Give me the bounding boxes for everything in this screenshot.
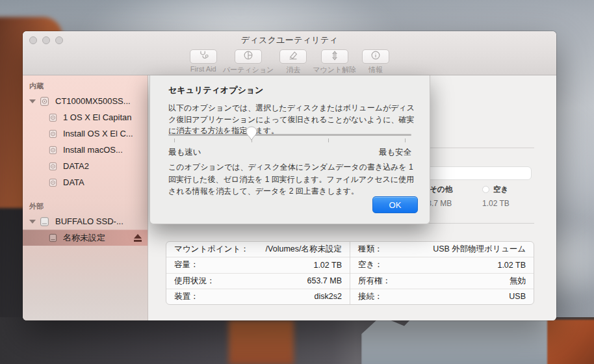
disclosure-triangle-icon[interactable] (29, 220, 36, 224)
internal-volume-icon (47, 161, 58, 172)
traffic-lights (29, 36, 63, 44)
ok-button[interactable]: OK (372, 196, 418, 213)
toolbar-info: 情報 (362, 49, 389, 75)
toolbar-erase: 消去 (279, 49, 307, 75)
sidebar-item-label: DATA (63, 177, 84, 187)
security-slider-thumb[interactable] (245, 126, 258, 144)
table-row: 装置： disk2s2 (166, 289, 350, 304)
security-options-dialog: セキュリティオプション 以下のオプションでは、選択したディスクまたはボリュームが… (149, 75, 430, 224)
info-label: 容量： (174, 259, 199, 270)
info-label: 使用状況： (174, 276, 215, 287)
table-row: マウントポイント： /Volumes/名称未設定 (166, 242, 350, 257)
info-value: 1.02 TB (313, 261, 342, 270)
info-value: USB (509, 292, 526, 301)
toolbar-first-aid: First Aid (190, 49, 217, 73)
sidebar-item-label: 1 OS X El Capitan (63, 112, 132, 122)
info-label: マウントポイント： (174, 244, 249, 255)
close-button[interactable] (29, 36, 37, 44)
toolbar-unmount: マウント解除 (313, 49, 356, 75)
external-disk-icon (38, 216, 51, 228)
toolbar-label: パーティション (223, 65, 274, 75)
external-volume-icon (47, 233, 58, 243)
info-label: 種類： (358, 244, 383, 255)
minimize-button[interactable] (42, 36, 50, 44)
sidebar-item-label: Install OS X El C... (63, 129, 133, 138)
table-row: 容量： 1.02 TB (166, 257, 350, 272)
info-value: USB 外部物理ボリューム (433, 244, 526, 255)
toolbar-label: 情報 (368, 65, 383, 75)
sidebar-item-label: BUFFALO SSD-... (55, 216, 123, 226)
sidebar-item-buffalo-ssd[interactable]: BUFFALO SSD-... (23, 213, 148, 229)
first-aid-button[interactable] (190, 49, 217, 64)
toolbar-label: マウント解除 (313, 65, 356, 75)
sidebar-item-label: 名称未設定 (63, 232, 105, 244)
info-value: /Volumes/名称未設定 (266, 244, 342, 255)
info-label: 所有権： (358, 276, 391, 287)
table-row: 種類： USB 外部物理ボリューム (350, 242, 534, 257)
sidebar-item-install-osx[interactable]: Install OS X El C... (23, 125, 148, 142)
info-column-right: 種類： USB 外部物理ボリューム 空き： 1.02 TB 所有権： 無効 (350, 242, 534, 304)
eject-icon (134, 234, 142, 239)
toolbar: First Aid パーティション 消去 (23, 49, 556, 75)
sidebar: 内蔵 CT1000MX500SS... 1 OS X El Capitan In… (23, 75, 148, 320)
eject-button[interactable] (133, 233, 142, 242)
info-column-left: マウントポイント： /Volumes/名称未設定 容量： 1.02 TB 使用状… (166, 242, 350, 304)
wallpaper-orange-streak (229, 320, 294, 364)
free-legend-dot-icon (482, 186, 489, 193)
internal-disk-icon (38, 96, 51, 107)
sidebar-item-data[interactable]: DATA (23, 174, 148, 190)
sidebar-item-install-macos[interactable]: Install macOS... (23, 142, 148, 158)
internal-volume-icon (47, 112, 58, 123)
table-row: 所有権： 無効 (350, 273, 534, 289)
info-icon (370, 49, 381, 64)
titlebar[interactable]: ディスクユーティリティ (23, 31, 556, 49)
info-value: disk2s2 (315, 292, 342, 301)
dialog-detail-text: このオプションでは、ディスク全体にランダムデータの書き込みを 1 回実行した後、… (168, 161, 419, 198)
unmount-button[interactable] (321, 49, 348, 64)
wallpaper-rock-band (0, 317, 594, 364)
volume-info-table: マウントポイント： /Volumes/名称未設定 容量： 1.02 TB 使用状… (166, 241, 534, 305)
internal-volume-icon (47, 129, 58, 139)
sidebar-section-internal: 内蔵 (23, 79, 148, 93)
eject-icon (134, 240, 142, 242)
internal-volume-icon (47, 145, 58, 155)
sidebar-item-data2[interactable]: DATA2 (23, 158, 148, 174)
sidebar-item-el-capitan[interactable]: 1 OS X El Capitan (23, 109, 148, 125)
dialog-description: 以下のオプションでは、選択したディスクまたはボリュームがディスク復旧アプリケーシ… (168, 103, 415, 137)
table-row: 接続： USB (350, 289, 534, 304)
sidebar-item-label: Install macOS... (63, 145, 123, 155)
sidebar-item-label: DATA2 (63, 161, 89, 171)
info-value: 653.7 MB (307, 276, 342, 285)
slider-tick (405, 138, 406, 142)
slider-tick (328, 138, 329, 142)
wallpaper-red-corner (547, 320, 594, 364)
legend-label: 空き (493, 185, 508, 194)
erase-icon (287, 49, 299, 64)
partition-button[interactable] (235, 49, 262, 64)
sidebar-item-ct1000[interactable]: CT1000MX500SS... (23, 93, 148, 109)
info-label: 装置： (174, 291, 199, 302)
dialog-title: セキュリティオプション (168, 84, 263, 96)
sidebar-item-label: CT1000MX500SS... (55, 96, 131, 106)
legend-label: その他 (430, 185, 452, 194)
toolbar-partition: パーティション (223, 49, 274, 75)
erase-button[interactable] (279, 49, 307, 64)
info-value: 1.02 TB (497, 261, 526, 270)
legend-value: 1.02 TB (482, 199, 510, 208)
toolbar-label: First Aid (190, 65, 216, 73)
internal-volume-icon (47, 177, 58, 188)
security-slider-track[interactable] (168, 134, 411, 136)
legend-free: 空き 1.02 TB (482, 185, 510, 208)
zoom-button[interactable] (55, 36, 63, 44)
window-chrome: ディスクユーティリティ First Aid パーティション (23, 31, 556, 75)
sidebar-item-untitled-selected[interactable]: 名称未設定 (23, 229, 148, 246)
info-label: 空き： (358, 259, 383, 270)
desktop: ディスクユーティリティ First Aid パーティション (0, 0, 594, 364)
slider-tick (174, 138, 175, 142)
info-label: 接続： (358, 291, 383, 302)
disclosure-triangle-icon[interactable] (29, 99, 36, 103)
slider-label-fastest: 最も速い (168, 147, 201, 158)
table-row: 空き： 1.02 TB (350, 257, 534, 272)
slider-label-most-secure: 最も安全 (379, 147, 411, 158)
info-button[interactable] (362, 49, 389, 64)
